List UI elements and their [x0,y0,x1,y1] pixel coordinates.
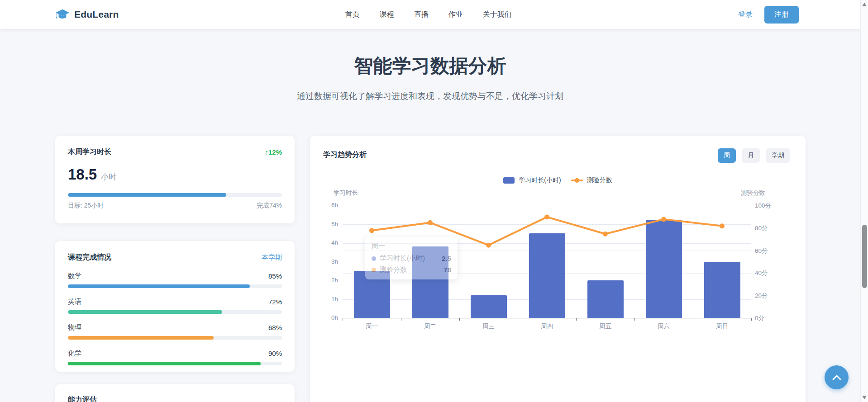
study-time-card: 本周学习时长 ↑12% 18.5 小时 目标: 25小时 完成74% [55,136,295,223]
course-percentage: 72% [268,298,282,306]
tooltip-rows: 学习时长(小时)2.5测验分数78 [372,254,451,274]
course-completion-card: 课程完成情况 本学期 数学85%英语72%物理68%化学90% [55,241,295,372]
nav-link-直播[interactable]: 直播 [414,10,429,19]
x-axis-tick [459,318,460,321]
left-axis-tick: 4h [313,239,338,246]
study-hours-value: 18.5 [68,166,97,183]
course-name: 英语 [68,298,81,306]
x-axis-tick [751,318,752,321]
x-axis-label: 周日 [693,322,751,331]
right-axis-name: 测验分数 [741,189,765,197]
study-progress-track [68,193,282,197]
nav-link-课程[interactable]: 课程 [380,10,394,19]
study-completion-label: 完成74% [257,202,282,210]
course-name: 化学 [68,349,81,358]
semester-link[interactable]: 本学期 [262,253,282,262]
course-card-title: 课程完成情况 [68,253,111,262]
left-axis-name: 学习时长 [334,189,358,197]
left-axis-tick: 6h [313,202,338,208]
login-link[interactable]: 登录 [738,10,753,19]
course-progress-track [68,336,282,340]
chevron-up-icon [832,374,842,381]
legend-item-score[interactable]: 测验分数 [571,176,612,184]
course-row-head: 物理68% [68,323,282,332]
course-row-head: 化学90% [68,349,282,358]
ability-card: 能力评估 [55,384,295,402]
x-axis-tick [576,318,577,321]
line-series-swatch-icon [571,180,583,181]
right-axis-tick: 100分 [755,202,782,210]
x-axis-tick [634,318,635,321]
tooltip-row: 测验分数78 [372,265,451,274]
scroll-down-icon[interactable] [862,396,867,399]
course-row-head: 英语72% [68,298,282,306]
series-dot-icon [372,256,376,261]
course-list: 数学85%英语72%物理68%化学90% [68,272,282,365]
scroll-up-icon[interactable] [862,3,867,6]
tooltip-series-label: 测验分数 [380,265,407,274]
x-axis-label: 周三 [459,322,518,331]
scrollbar[interactable] [860,0,868,402]
trend-up-badge: ↑12% [265,148,282,156]
legend-label-hours: 学习时长(小时) [519,176,561,184]
graduation-cap-icon [55,8,70,21]
course-percentage: 90% [268,350,282,357]
auth-area: 登录 注册 [738,6,799,24]
left-axis-tick: 3h [313,258,338,265]
left-axis-tick: 5h [313,221,338,227]
study-hours-unit: 小时 [101,172,116,182]
nav-link-关于我们[interactable]: 关于我们 [483,10,512,19]
course-progress-fill [68,284,250,288]
right-axis-tick: 80分 [755,224,782,232]
page-title: 智能学习数据分析 [0,53,860,79]
page: EduLearn 首页课程直播作业关于我们 登录 注册 智能学习数据分析 通过数… [0,0,868,402]
scrollbar-thumb[interactable] [862,225,867,288]
brand-logo[interactable]: EduLearn [55,8,119,21]
course-name: 物理 [68,323,81,332]
study-card-title: 本周学习时长 [68,147,111,157]
left-axis-tick: 2h [313,277,338,284]
course-name: 数学 [68,272,81,280]
course-progress-track [68,362,282,365]
register-button[interactable]: 注册 [764,6,799,24]
page-subtitle: 通过数据可视化了解学习进度和表现，发现优势与不足，优化学习计划 [0,90,860,102]
navbar: EduLearn 首页课程直播作业关于我们 登录 注册 [0,0,860,29]
bar-series-swatch-icon [503,177,515,184]
x-axis-label: 周二 [401,322,459,331]
tooltip-series-value: 78 [444,266,451,274]
chart-range-tabs: 周月学期 [718,148,790,163]
chart-title: 学习趋势分析 [323,150,367,160]
nav-link-作业[interactable]: 作业 [448,10,463,19]
study-goal-label: 目标: 25小时 [68,202,104,210]
course-progress-fill [68,362,261,365]
x-axis-label: 周五 [576,322,634,331]
tooltip-title: 周一 [372,242,451,251]
course-percentage: 85% [268,272,282,280]
course-progress-track [68,284,282,288]
chart-tab-月[interactable]: 月 [742,148,760,163]
left-axis-tick: 0h [313,314,338,321]
course-row: 物理68% [68,323,282,340]
x-axis-label: 周一 [343,322,401,331]
study-progress-fill [68,193,226,197]
back-to-top-button[interactable] [825,365,849,389]
chart-tab-周[interactable]: 周 [718,148,736,163]
x-axis-label: 周四 [518,322,576,331]
course-row: 化学90% [68,349,282,365]
course-percentage: 68% [268,324,282,331]
chart-tooltip: 周一 学习时长(小时)2.5测验分数78 [365,237,458,279]
chart-tab-学期[interactable]: 学期 [766,148,790,163]
right-axis-tick: 0分 [755,314,782,322]
legend-item-hours[interactable]: 学习时长(小时) [503,176,561,184]
course-progress-fill [68,336,214,340]
left-axis-tick: 1h [313,296,338,303]
tooltip-series-label: 学习时长(小时) [380,254,425,263]
x-axis-tick [343,318,343,321]
course-progress-fill [68,310,222,314]
right-axis-tick: 60分 [755,247,782,255]
tooltip-series-value: 2.5 [442,255,451,262]
nav-link-首页[interactable]: 首页 [345,10,360,19]
brand-name: EduLearn [74,9,119,20]
right-axis-tick: 20分 [755,292,782,300]
right-axis-tick: 40分 [755,269,782,277]
